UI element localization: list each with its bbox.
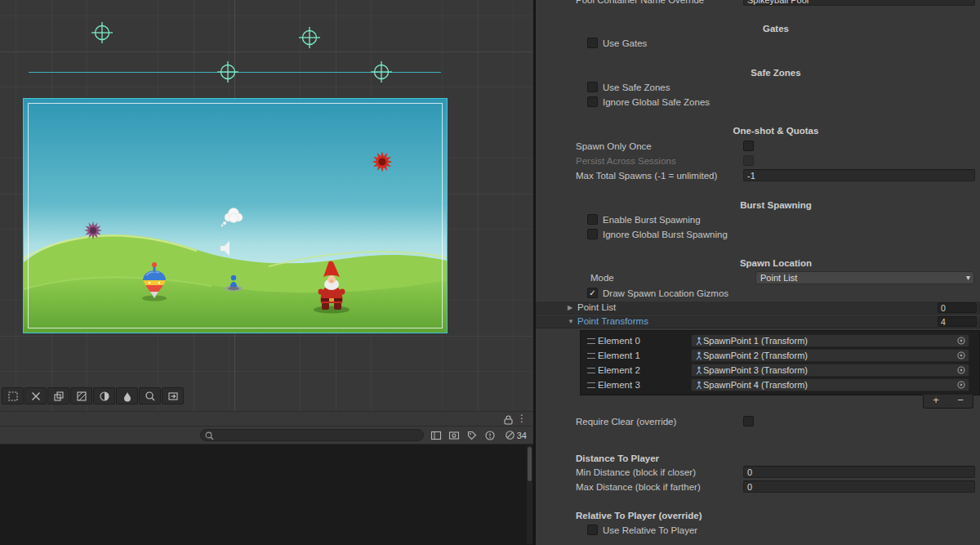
mode-row: Mode Point List ▾ [536, 270, 980, 285]
drag-handle-icon[interactable] [587, 368, 595, 373]
camera-bounds-gizmo[interactable] [23, 98, 448, 333]
persist-across-sessions-checkbox [743, 155, 754, 166]
require-clear-checkbox[interactable] [743, 416, 754, 427]
min-distance-input[interactable] [743, 466, 975, 478]
draw-gizmos-label: Draw Spawn Location Gizmos [603, 286, 728, 301]
point-transforms-foldout[interactable]: ▼ Point Transforms 4 [536, 315, 980, 328]
use-relative-checkbox[interactable] [587, 525, 598, 535]
foldout-open-icon: ▼ [568, 315, 574, 328]
console-toolbar: 34 [0, 427, 533, 444]
enable-burst-checkbox[interactable] [587, 214, 598, 225]
max-total-spawns-input[interactable] [743, 169, 975, 181]
spawn-only-once-row: Spawn Only Once [536, 139, 980, 154]
ignore-global-safe-zones-row: Ignore Global Safe Zones [536, 95, 980, 109]
console-count-badge[interactable]: 34 [505, 430, 527, 440]
drag-handle-icon[interactable] [587, 338, 595, 344]
spawn-point-gizmo[interactable] [299, 27, 320, 48]
element-label: Element 0 [598, 333, 640, 348]
scrollbar-thumb[interactable] [528, 447, 532, 481]
inspector-panel: Pool Container Name Override Gates Use G… [536, 0, 980, 545]
capture-icon[interactable] [448, 430, 460, 444]
draw-gizmos-checkbox[interactable]: ✓ [587, 288, 598, 298]
spawn-point-gizmo[interactable] [371, 61, 392, 83]
use-gates-row: Use Gates [536, 36, 980, 51]
spawn-only-once-checkbox[interactable] [743, 141, 754, 151]
muted-circle-icon [505, 430, 515, 440]
element-label: Element 2 [598, 363, 640, 377]
safe-zones-header: Safe Zones [536, 65, 980, 80]
object-field[interactable]: SpawnPoint 3 (Transform) [691, 364, 969, 377]
tag-icon[interactable] [466, 430, 478, 444]
require-clear-row: Require Clear (override) [536, 414, 980, 429]
bottom-dock-header: ⋮ [0, 411, 533, 427]
element-label: Element 1 [598, 348, 640, 363]
zoom-tool-button[interactable] [139, 387, 161, 404]
oneshot-quotas-header: One-shot & Quotas [536, 123, 980, 138]
list-item[interactable]: Element 0 SpawnPoint 1 (Transform) [581, 333, 979, 348]
scene-view[interactable] [0, 0, 533, 411]
move-tool-button[interactable] [24, 387, 47, 404]
point-transforms-label: Point Transforms [577, 315, 648, 328]
select-tool-button[interactable] [2, 387, 24, 404]
max-total-spawns-row: Max Total Spawns (-1 = unlimited) [536, 168, 980, 183]
transform-icon [695, 366, 703, 375]
spawn-point-gizmo[interactable] [91, 22, 113, 43]
droplet-icon [122, 391, 133, 402]
object-field-value: SpawnPoint 1 (Transform) [703, 335, 956, 346]
scene-tools-toolbar [2, 387, 184, 404]
half-sphere-icon [99, 391, 110, 402]
ignore-global-burst-label: Ignore Global Burst Spawning [603, 227, 728, 242]
console-search-input[interactable] [216, 430, 421, 442]
list-item[interactable]: Element 1 SpawnPoint 2 (Transform) [581, 348, 979, 363]
point-list-foldout[interactable]: ▶ Point List 0 [536, 301, 980, 315]
drag-handle-icon[interactable] [587, 382, 595, 388]
object-picker-icon[interactable] [956, 351, 967, 360]
chevron-down-icon: ▾ [966, 272, 970, 284]
console-content[interactable] [0, 444, 533, 545]
object-field[interactable]: SpawnPoint 1 (Transform) [691, 334, 969, 347]
object-field-value: SpawnPoint 3 (Transform) [703, 364, 956, 376]
point-list-label: Point List [577, 302, 616, 314]
ignore-global-burst-checkbox[interactable] [587, 229, 598, 239]
pool-container-row: Pool Container Name Override [536, 0, 980, 7]
remove-element-button[interactable]: − [948, 395, 973, 408]
ignore-global-safe-zones-checkbox[interactable] [587, 96, 598, 107]
list-item[interactable]: Element 3 SpawnPoint 4 (Transform) [581, 377, 979, 392]
object-picker-icon[interactable] [956, 380, 967, 390]
max-distance-input[interactable] [743, 480, 975, 493]
use-safe-zones-checkbox[interactable] [587, 82, 598, 92]
add-element-button[interactable]: + [924, 395, 948, 408]
point-list-size-field[interactable]: 0 [938, 302, 977, 313]
transform-icon [695, 351, 703, 360]
object-picker-icon[interactable] [956, 336, 967, 346]
unity-editor-window: ⋮ 34 Pool Container Name Override [0, 0, 980, 545]
object-field[interactable]: SpawnPoint 2 (Transform) [691, 349, 969, 362]
kebab-menu-icon[interactable]: ⋮ [517, 413, 527, 425]
paint-tool-button[interactable] [116, 387, 138, 404]
use-gates-checkbox[interactable] [587, 38, 598, 48]
stamp-tool-button[interactable] [47, 387, 69, 404]
require-clear-label: Require Clear (override) [576, 414, 676, 429]
mode-dropdown[interactable]: Point List ▾ [755, 271, 974, 284]
spawn-point-gizmo[interactable] [217, 61, 238, 83]
mode-dropdown-value: Point List [760, 273, 797, 283]
grid-tool-button[interactable] [70, 387, 92, 404]
relative-to-player-header: Relative To Player (override) [576, 508, 702, 523]
object-field[interactable]: SpawnPoint 4 (Transform) [691, 378, 969, 391]
pool-container-input[interactable] [743, 0, 975, 6]
console-scrollbar[interactable] [527, 445, 532, 544]
board-tool-button[interactable] [162, 387, 184, 404]
list-item[interactable]: Element 2 SpawnPoint 3 (Transform) [581, 363, 979, 377]
point-transforms-size-field[interactable]: 4 [938, 316, 977, 327]
search-icon [204, 431, 215, 441]
gates-header: Gates [536, 21, 980, 36]
burst-spawning-header: Burst Spawning [536, 198, 980, 212]
alert-icon[interactable] [484, 430, 496, 444]
drag-handle-icon[interactable] [587, 353, 595, 359]
point-transforms-list: Element 0 SpawnPoint 1 (Transform) Eleme… [580, 330, 980, 395]
spawn-location-header: Spawn Location [536, 256, 980, 270]
object-picker-icon[interactable] [956, 365, 967, 375]
layout-panel-icon[interactable] [430, 430, 442, 444]
console-search-field[interactable] [200, 429, 424, 441]
sphere-tool-button[interactable] [93, 387, 115, 404]
